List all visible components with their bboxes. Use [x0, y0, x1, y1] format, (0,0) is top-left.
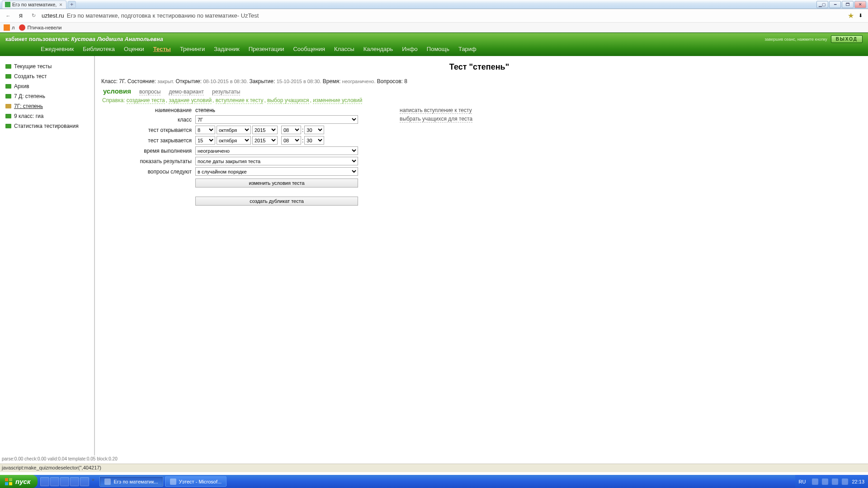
test-title: Тест "степень": [101, 62, 857, 72]
subtabs: условия вопросы демо-вариант результаты: [103, 87, 857, 95]
tab-questions[interactable]: вопросы: [139, 89, 160, 95]
select-duration[interactable]: неограничено: [195, 146, 358, 155]
select-open-month[interactable]: октября: [217, 126, 251, 134]
task-label: Уэтест - Microsof...: [179, 479, 222, 484]
select-class[interactable]: 7Г: [195, 115, 358, 124]
start-label: пуск: [15, 478, 30, 485]
sidebar-item[interactable]: 7Г: степень: [4, 101, 94, 111]
tray-icon[interactable]: [812, 479, 818, 485]
new-tab-button[interactable]: +: [68, 1, 76, 8]
svg-rect-0: [5, 478, 8, 481]
bookmark-opera[interactable]: Птичка-невели: [19, 24, 61, 31]
tab-results[interactable]: результаты: [212, 89, 240, 95]
window-maximize-button[interactable]: 🗖: [842, 1, 854, 8]
info-label: Время:: [323, 78, 340, 84]
bookmark-star-icon[interactable]: ★: [848, 11, 854, 20]
quick-launch-item[interactable]: [50, 477, 59, 486]
sidebar-item[interactable]: Создать тест: [4, 71, 94, 81]
nav-оценки[interactable]: Оценки: [124, 46, 144, 52]
user-prefix: кабинет пользователя:: [5, 36, 70, 42]
help-link[interactable]: создание теста: [127, 97, 165, 104]
select-close-month[interactable]: октября: [217, 136, 251, 145]
tray-icon[interactable]: [832, 479, 838, 485]
sidebar-item[interactable]: Архив: [4, 81, 94, 91]
quick-launch-item[interactable]: [70, 477, 79, 486]
page-icon: [5, 64, 11, 69]
user-cabinet-label: кабинет пользователя: Кустова Людмила Ан…: [5, 36, 163, 42]
select-open-hour[interactable]: 08: [281, 126, 301, 134]
nav-календарь[interactable]: Календарь: [363, 46, 393, 52]
language-indicator[interactable]: RU: [799, 479, 806, 484]
quick-launch-item[interactable]: [80, 477, 89, 486]
help-link[interactable]: задание условий: [169, 97, 212, 104]
help-link[interactable]: вступление к тесту: [216, 97, 264, 104]
conditions-form: наименование степень класс 7Г тест откры…: [101, 107, 382, 207]
help-link[interactable]: изменение условий: [313, 97, 362, 104]
browser-tab[interactable]: Егэ по математике, ×: [2, 0, 66, 9]
taskbar-task[interactable]: Егэ по математик...: [99, 476, 163, 487]
nav-инфо[interactable]: Инфо: [402, 46, 417, 52]
bookmark-odnoklassniki[interactable]: л: [4, 24, 14, 31]
window-tabgroup-button[interactable]: ▁▢: [816, 1, 828, 8]
quick-launch-item[interactable]: [60, 477, 69, 486]
sidebar: Текущие тестыСоздать тестАрхив7 Д: степе…: [0, 56, 95, 455]
select-close-hour[interactable]: 08: [281, 136, 301, 145]
select-open-day[interactable]: 8: [195, 126, 215, 134]
info-value: 7Г.: [119, 78, 126, 84]
sidebar-item[interactable]: Статистика тестирования: [4, 121, 94, 131]
reload-button[interactable]: ↻: [29, 11, 38, 20]
window-minimize-button[interactable]: ━: [829, 1, 841, 8]
label-closes: тест закрывается: [101, 137, 195, 144]
page-icon: [5, 84, 11, 89]
select-close-min[interactable]: 30: [304, 136, 324, 145]
nav-тариф[interactable]: Тариф: [458, 46, 476, 52]
quick-launch-item[interactable]: [40, 477, 49, 486]
sidebar-item[interactable]: Текущие тесты: [4, 61, 94, 71]
sidebar-item[interactable]: 9 класс: гиа: [4, 111, 94, 121]
nav-back-button[interactable]: ←: [4, 11, 13, 20]
tab-demo[interactable]: демо-вариант: [169, 89, 204, 95]
taskbar-task[interactable]: Уэтест - Microsof...: [165, 476, 226, 487]
tab-conditions[interactable]: условия: [103, 87, 131, 95]
sidebar-item[interactable]: 7 Д: степень: [4, 91, 94, 101]
downloads-icon[interactable]: ⬇: [859, 13, 863, 19]
tray-icon[interactable]: [842, 479, 848, 485]
link-write-intro[interactable]: написать вступление к тесту: [400, 107, 472, 114]
nav-тесты[interactable]: Тесты: [153, 46, 171, 52]
window-close-button[interactable]: ✕: [854, 1, 866, 8]
window-button-group: ▁▢ ━ 🗖 ✕: [816, 1, 868, 8]
nav-помощь[interactable]: Помощь: [427, 46, 449, 52]
nav-задачник[interactable]: Задачник: [214, 46, 240, 52]
help-link[interactable]: выбор учащихся: [267, 97, 309, 104]
sidebar-item-label: Создать тест: [14, 73, 47, 80]
select-show-results[interactable]: после даты закрытия теста: [195, 157, 358, 165]
yandex-button[interactable]: Я: [16, 11, 25, 20]
task-label: Егэ по математик...: [113, 479, 158, 484]
select-close-year[interactable]: 2015: [252, 136, 278, 145]
taskbar-clock[interactable]: 22:13: [852, 479, 864, 484]
sidebar-item-label: 9 класс: гиа: [14, 113, 44, 119]
link-pick-students[interactable]: выбрать учащихся для теста: [400, 116, 472, 122]
nav-сообщения[interactable]: Сообщения: [293, 46, 325, 52]
tray-icon[interactable]: [822, 479, 828, 485]
debug-footer: parse:0.00 check:0.00 valid:0.04 templat…: [0, 455, 868, 464]
svg-rect-3: [9, 482, 12, 485]
start-button[interactable]: пуск: [0, 475, 38, 488]
select-question-order[interactable]: в случайном порядке: [195, 167, 358, 176]
nav-библиотека[interactable]: Библиотека: [83, 46, 115, 52]
logout-button[interactable]: ВЫХОД: [831, 35, 863, 43]
info-value: 08-10-2015 в 08:30.: [203, 79, 248, 84]
duplicate-test-button[interactable]: создать дубликат теста: [195, 197, 358, 206]
nav-классы[interactable]: Классы: [334, 46, 354, 52]
nav-ежедневник[interactable]: Ежедневник: [41, 46, 74, 52]
tab-close-icon[interactable]: ×: [58, 2, 63, 7]
quick-launch-overflow-icon[interactable]: »: [90, 477, 96, 486]
select-open-min[interactable]: 30: [304, 126, 324, 134]
url-display[interactable]: uztest.ru Егэ по математике, подготовка …: [42, 10, 844, 21]
svg-rect-1: [9, 478, 12, 481]
nav-презентации[interactable]: Презентации: [249, 46, 284, 52]
nav-тренинги[interactable]: Тренинги: [180, 46, 205, 52]
change-conditions-button[interactable]: изменить условия теста: [195, 178, 358, 188]
select-close-day[interactable]: 15: [195, 136, 215, 145]
select-open-year[interactable]: 2015: [252, 126, 278, 134]
